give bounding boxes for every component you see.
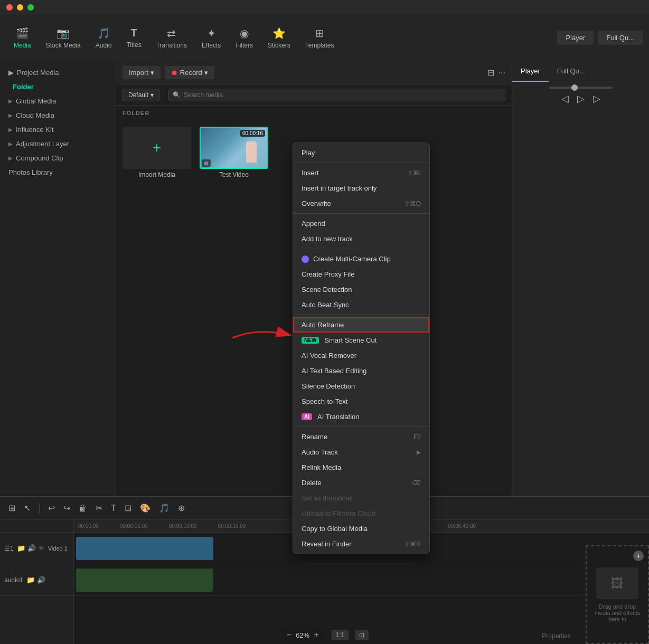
ctx-reveal-finder-label: Reveal in Finder: [302, 540, 352, 548]
ctx-delete[interactable]: Delete ⌫: [293, 475, 429, 490]
test-video-item[interactable]: 00:00:16 ▦ Test Video: [200, 127, 268, 178]
ctx-append[interactable]: Append: [293, 216, 429, 231]
ctx-create-multicam-label: Create Multi-Camera Clip: [313, 255, 391, 263]
drop-zone-plus-icon: +: [633, 551, 644, 561]
ctx-overwrite[interactable]: Overwrite ⇧⌘O: [293, 196, 429, 211]
search-input[interactable]: [168, 89, 505, 101]
fit-btn[interactable]: ⊡: [355, 630, 369, 640]
sidebar-item-compound-clip[interactable]: ▶ Compound Clip: [0, 151, 116, 165]
tab-player[interactable]: Player: [512, 61, 549, 82]
zoom-out-btn[interactable]: −: [287, 630, 291, 640]
toolbar-right: Player Full Qu...: [557, 31, 643, 45]
ctx-relink-media[interactable]: Relink Media: [293, 460, 429, 475]
ctx-scene-detection[interactable]: Scene Detection: [293, 282, 429, 297]
ripple-edit-btn[interactable]: ↖: [22, 501, 33, 515]
video1-folder-btn[interactable]: 📁: [17, 544, 25, 552]
video1-eye-btn[interactable]: 👁: [38, 544, 45, 552]
player-tab-button[interactable]: Player: [557, 31, 594, 45]
player-slider[interactable]: [549, 87, 613, 89]
audio1-folder-btn[interactable]: 📁: [26, 576, 35, 584]
ctx-add-new-track-label: Add to new track: [302, 235, 353, 243]
pink-badge: AI: [302, 413, 312, 420]
delete-btn[interactable]: 🗑: [77, 501, 89, 515]
ctx-play[interactable]: Play: [293, 145, 429, 160]
toolbar-item-filters[interactable]: ◉ Filters: [228, 23, 260, 53]
audio-clip[interactable]: [76, 569, 213, 592]
new-badge: NEW: [302, 337, 319, 344]
play-back-btn[interactable]: ◁: [561, 93, 569, 105]
video-clip[interactable]: [76, 537, 213, 560]
ctx-create-multicam[interactable]: Create Multi-Camera Clip: [293, 251, 429, 267]
ctx-audio-track[interactable]: Audio Track ▶: [293, 444, 429, 460]
more-options-btn[interactable]: ···: [498, 68, 505, 78]
ctx-rename[interactable]: Rename F2: [293, 429, 429, 444]
zoom-in-btn[interactable]: +: [314, 630, 318, 640]
ctx-divider-3: [293, 249, 429, 249]
full-quality-tab-button[interactable]: Full Qu...: [598, 31, 643, 45]
ctx-reveal-finder-shortcut: ⇧⌘R: [405, 541, 421, 548]
minimize-button[interactable]: [17, 4, 23, 11]
ctx-create-proxy[interactable]: Create Proxy File: [293, 267, 429, 282]
filter-icon-btn[interactable]: ⊟: [487, 68, 494, 78]
audio-icon: 🎵: [97, 27, 110, 40]
sidebar-item-folder[interactable]: Folder: [0, 80, 116, 94]
stickers-icon: ⭐: [272, 27, 286, 40]
redo-btn[interactable]: ↪: [61, 501, 72, 515]
video1-volume-btn[interactable]: 🔊: [27, 544, 36, 552]
import-button[interactable]: Import ▾: [123, 66, 161, 79]
more-timeline-btn[interactable]: ⊕: [176, 501, 187, 515]
default-dropdown[interactable]: Default ▾: [123, 89, 159, 101]
ctx-speech-to-text[interactable]: Speech-to-Text: [293, 394, 429, 409]
sidebar-section-header: ▶ Project Media: [0, 65, 116, 80]
toolbar-item-media[interactable]: 🎬 Media: [6, 23, 39, 53]
toolbar-item-titles[interactable]: T Titles: [119, 23, 148, 53]
crop-btn[interactable]: ⊡: [123, 501, 134, 515]
toolbar-item-stock-media[interactable]: 📷 Stock Media: [39, 23, 88, 53]
color-btn[interactable]: 🎨: [138, 501, 153, 515]
sidebar-item-influence-kit[interactable]: ▶ Influence Kit: [0, 122, 116, 137]
chevron-icon: ▶: [8, 155, 13, 161]
close-button[interactable]: [6, 4, 13, 11]
filters-icon: ◉: [240, 27, 249, 40]
tab-full-quality[interactable]: Full Qu...: [549, 61, 594, 82]
video1-name: Video 1: [48, 545, 68, 552]
text-btn[interactable]: T: [109, 501, 118, 515]
sidebar-item-adjustment-layer[interactable]: ▶ Adjustment Layer: [0, 137, 116, 151]
audio1-volume-btn[interactable]: 🔊: [37, 576, 45, 584]
ctx-auto-beat-sync[interactable]: Auto Beat Sync: [293, 297, 429, 312]
ctx-speech-to-text-label: Speech-to-Text: [302, 397, 347, 405]
ctx-ai-translation[interactable]: AI AI Translation: [293, 409, 429, 424]
maximize-button[interactable]: [27, 4, 34, 11]
ratio-button[interactable]: 1:1: [332, 630, 349, 640]
ctx-auto-reframe[interactable]: Auto Reframe: [293, 317, 429, 333]
ctx-reveal-finder[interactable]: Reveal in Finder ⇧⌘R: [293, 536, 429, 552]
toolbar-item-templates[interactable]: ⊞ Templates: [298, 23, 342, 53]
ctx-ai-text-editing[interactable]: AI Text Based Editing: [293, 363, 429, 378]
import-media-label: Import Media: [138, 171, 175, 178]
ctx-silence-detection[interactable]: Silence Detection: [293, 378, 429, 394]
ctx-add-new-track[interactable]: Add to new track: [293, 231, 429, 247]
undo-btn[interactable]: ↩: [46, 501, 57, 515]
audio-fx-btn[interactable]: 🎵: [157, 501, 172, 515]
ctx-ai-vocal-remover[interactable]: AI Vocal Remover: [293, 348, 429, 363]
ctx-insert-target[interactable]: Insert in target track only: [293, 181, 429, 196]
import-media-item[interactable]: + Import Media: [123, 127, 191, 178]
ctx-overwrite-shortcut: ⇧⌘O: [405, 200, 421, 207]
add-track-btn[interactable]: ⊞: [6, 501, 17, 515]
ctx-smart-scene-cut[interactable]: NEW Smart Scene Cut: [293, 333, 429, 348]
toolbar-item-stickers[interactable]: ⭐ Stickers: [260, 23, 298, 53]
ctx-copy-global[interactable]: Copy to Global Media: [293, 521, 429, 536]
sidebar-item-cloud-media[interactable]: ▶ Cloud Media: [0, 108, 116, 122]
toolbar-item-effects[interactable]: ✦ Effects: [194, 23, 228, 53]
play-forward-btn[interactable]: ▷: [593, 93, 600, 105]
ctx-insert[interactable]: Insert ⇧⌘I: [293, 165, 429, 181]
toolbar-item-transitions[interactable]: ⇄ Transitions: [149, 23, 194, 53]
record-button[interactable]: ⏺ Record ▾: [165, 66, 214, 79]
toolbar-item-audio[interactable]: 🎵 Audio: [88, 23, 119, 53]
play-btn[interactable]: ▷: [577, 93, 585, 105]
drop-zone[interactable]: + 🖼 Drag and drop media and effects here…: [586, 545, 649, 644]
cut-btn[interactable]: ✂: [93, 501, 105, 515]
track-labels: ☰1 📁 🔊 👁 Video 1 audio1 📁 🔊: [0, 520, 74, 644]
sidebar-item-global-media[interactable]: ▶ Global Media: [0, 94, 116, 108]
audio1-number: audio1: [4, 576, 23, 584]
